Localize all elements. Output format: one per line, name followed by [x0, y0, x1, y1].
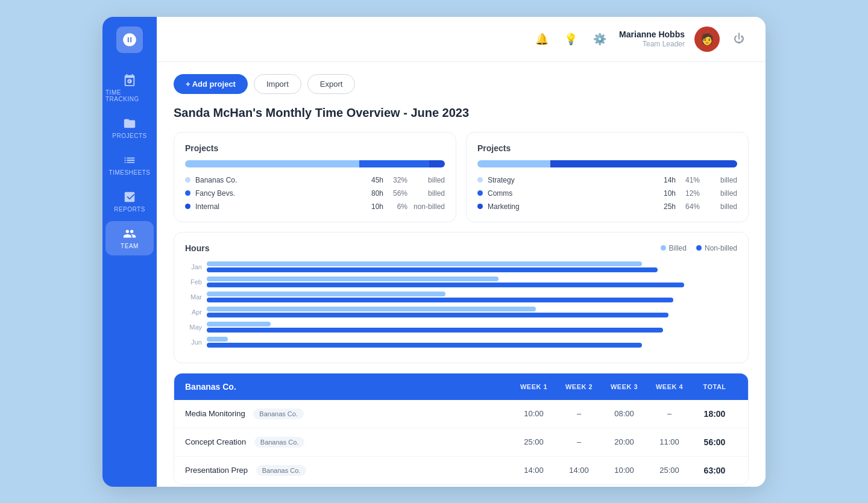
month-bars — [207, 337, 737, 348]
task-badge: Bananas Co. — [256, 465, 307, 476]
project-pct: 56% — [388, 189, 407, 198]
week3-value: 08:00 — [602, 409, 647, 418]
bar-billed — [207, 292, 445, 296]
task-name: Concept Creation Bananas Co. — [185, 437, 511, 448]
right-chart-title: Projects — [477, 143, 737, 153]
page-title: Sanda McHan's Monthly Time Overview - Ju… — [174, 106, 749, 120]
project-hours: 45h — [364, 176, 383, 184]
notifications-icon[interactable]: 🔔 — [532, 30, 552, 49]
week4-value: 11:00 — [647, 437, 692, 446]
bar-nonbilled — [207, 313, 668, 317]
bar-seg-2 — [359, 160, 429, 167]
list-item: Fancy Bevs. 80h 56% billed — [185, 189, 445, 198]
legend-billed: Billed — [661, 244, 687, 252]
project-status: billed — [705, 202, 737, 211]
content-area: + Add project Import Export Sanda McHan'… — [157, 62, 766, 487]
sidebar-item-team[interactable]: TEAM — [105, 221, 154, 255]
bar-billed — [207, 307, 536, 311]
bar-nonbilled — [207, 283, 684, 287]
total-value: 63:00 — [692, 466, 737, 475]
month-label: Jun — [185, 339, 202, 346]
charts-row: Projects Bananas Co. 45h 32% billed — [174, 132, 749, 222]
power-icon[interactable]: ⏻ — [729, 30, 749, 49]
project-hours: 14h — [656, 176, 676, 184]
left-project-list: Bananas Co. 45h 32% billed Fancy Bevs. 8… — [185, 176, 445, 211]
user-info: Marianne Hobbs Team Leader — [619, 29, 685, 49]
project-hours: 25h — [656, 202, 676, 211]
week3-value: 20:00 — [602, 437, 647, 446]
billed-dot — [661, 245, 666, 251]
month-row-apr: Apr — [185, 307, 737, 317]
project-status: billed — [705, 189, 737, 198]
user-role: Team Leader — [643, 40, 685, 49]
project-name: Comms — [488, 189, 652, 198]
main-area: 🔔 💡 ⚙️ Marianne Hobbs Team Leader 🧑 ⏻ + … — [157, 17, 766, 487]
list-item: Comms 10h 12% billed — [477, 189, 737, 198]
month-row-feb: Feb — [185, 276, 737, 287]
bar-billed — [207, 261, 642, 266]
sidebar-item-reports[interactable]: REPORTS — [105, 184, 154, 219]
month-row-jun: Jun — [185, 337, 737, 348]
project-name: Marketing — [488, 202, 652, 211]
table-project-header: Bananas Co. — [185, 382, 511, 392]
table-total-header: TOTAL — [692, 383, 737, 390]
table-row: Concept Creation Bananas Co. 25:00 – 20:… — [174, 428, 748, 457]
week4-value: – — [647, 409, 692, 418]
left-chart-title: Projects — [185, 143, 445, 153]
left-projects-chart: Projects Bananas Co. 45h 32% billed — [174, 132, 456, 222]
sidebar-item-projects[interactable]: PROJECTS — [105, 111, 154, 145]
import-button[interactable]: Import — [254, 74, 301, 94]
legend-nonbilled: Non-billed — [696, 244, 737, 252]
table-row: Media Monitoring Bananas Co. 10:00 – 08:… — [174, 400, 748, 428]
right-chart-bar — [477, 160, 737, 167]
sidebar: TIME TRACKING PROJECTS TIMESHEETS REPORT… — [102, 17, 157, 487]
bar-billed — [207, 337, 228, 342]
project-name: Internal — [195, 202, 359, 211]
project-hours: 10h — [656, 189, 676, 198]
sidebar-item-timesheets[interactable]: TIMESHEETS — [105, 148, 154, 182]
add-project-button[interactable]: + Add project — [174, 74, 248, 94]
project-status: billed — [412, 189, 445, 198]
settings-icon[interactable]: ⚙️ — [590, 30, 609, 49]
month-bars — [207, 261, 737, 272]
table-week2-header: WEEK 2 — [556, 383, 602, 390]
project-status: billed — [412, 176, 445, 184]
list-item: Internal 10h 6% non-billed — [185, 202, 445, 211]
month-row-may: May — [185, 322, 737, 333]
user-name: Marianne Hobbs — [619, 29, 685, 40]
total-value: 56:00 — [692, 437, 737, 447]
sidebar-item-time-tracking[interactable]: TIME TRACKING — [105, 67, 154, 108]
project-pct: 32% — [388, 176, 407, 184]
month-bars — [207, 307, 737, 317]
project-pct: 41% — [681, 176, 700, 184]
bar-seg-r1 — [477, 160, 550, 167]
help-icon[interactable]: 💡 — [561, 30, 580, 49]
table-week1-header: WEEK 1 — [511, 383, 556, 390]
project-dot — [185, 204, 190, 209]
task-label: Media Monitoring — [185, 409, 245, 418]
bar-billed — [207, 276, 498, 281]
project-dot — [477, 177, 483, 183]
bar-seg-r2 — [550, 160, 737, 167]
bar-nonbilled — [207, 343, 642, 348]
right-project-list: Strategy 14h 41% billed Comms 10h 12% bi… — [477, 176, 737, 211]
export-button[interactable]: Export — [307, 74, 356, 94]
month-bars — [207, 322, 737, 333]
task-label: Concept Creation — [185, 437, 246, 446]
hours-header: Hours Billed Non-billed — [185, 243, 737, 253]
project-name: Strategy — [488, 176, 652, 184]
project-name: Bananas Co. — [195, 176, 359, 184]
project-pct: 12% — [681, 189, 700, 198]
month-label: Mar — [185, 293, 202, 301]
task-name: Presentation Prep Bananas Co. — [185, 465, 511, 476]
project-hours: 10h — [364, 202, 383, 211]
avatar[interactable]: 🧑 — [694, 27, 720, 52]
left-chart-bar — [185, 160, 445, 167]
month-label: May — [185, 323, 202, 331]
header: 🔔 💡 ⚙️ Marianne Hobbs Team Leader 🧑 ⏻ — [157, 17, 766, 62]
project-pct: 6% — [388, 202, 407, 211]
hours-legend: Billed Non-billed — [661, 244, 737, 252]
sidebar-item-team-label: TEAM — [121, 243, 139, 249]
task-name: Media Monitoring Bananas Co. — [185, 408, 511, 419]
month-bars — [207, 276, 737, 287]
